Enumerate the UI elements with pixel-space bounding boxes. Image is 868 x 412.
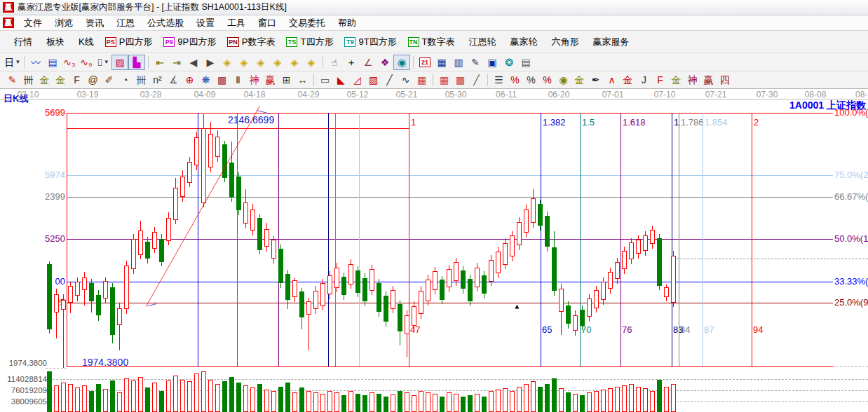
p-square-button[interactable]: PSP四方形 (100, 33, 158, 51)
price-chart-plot[interactable]: 100.0%(360)569975.0%(270)597466.67%(240)… (0, 89, 868, 412)
gann-tool-purple-button[interactable]: ❖ (377, 55, 393, 70)
calendar-21-button[interactable]: 21 (416, 55, 433, 70)
square-burst-button[interactable]: ▩ (214, 73, 230, 88)
p-digit-table-button[interactable]: PNP数字表 (222, 33, 280, 51)
calculator-button[interactable]: ▦ (433, 55, 450, 70)
period-selector-button[interactable]: 日▼ (4, 55, 21, 70)
ying-fence-button[interactable]: 赢 (262, 73, 278, 88)
calculator-2-button[interactable]: ▥ (450, 55, 467, 70)
gann-wheel-button[interactable]: 江恩轮 (461, 33, 502, 51)
clock-cycle-button[interactable]: ◔ (117, 73, 133, 88)
candle-style-button[interactable]: ⌷▼ (95, 55, 111, 70)
t9-square-button[interactable]: T99T四方形 (339, 33, 402, 51)
ying-slash-button[interactable]: 赢 (700, 73, 717, 88)
fence-plain-button[interactable]: 卌 (133, 73, 149, 88)
winner-service-button[interactable]: 赢家服务 (585, 33, 635, 51)
slash-lines-button[interactable]: ╱ (468, 73, 484, 88)
zigzag-button[interactable]: ∿ (398, 73, 414, 88)
j-slash-button[interactable]: J (636, 73, 652, 88)
k-mark-button[interactable]: Ⅱ (230, 73, 246, 88)
menu-item[interactable]: 帮助 (332, 16, 362, 29)
pct-plain-button[interactable]: % (523, 73, 539, 88)
menu-item[interactable]: 交易委托 (283, 16, 332, 29)
save-button[interactable]: ▣ (484, 55, 501, 70)
last-bar-button[interactable]: ⇥ (168, 55, 185, 70)
crosshair-button[interactable]: ＋ (343, 55, 360, 70)
spiral-tool-button[interactable]: @ (85, 73, 101, 88)
f-slash-button[interactable]: F (652, 73, 668, 88)
chart-pattern-button[interactable]: 〰 (27, 55, 44, 70)
n-squared-button[interactable]: n² (149, 73, 165, 88)
square-mesh-button[interactable]: ▨ (365, 73, 381, 88)
pct-line-button[interactable]: % (539, 73, 555, 88)
gold-fence-b-button[interactable]: 金 (53, 73, 69, 88)
menu-item[interactable]: 公式选股 (141, 16, 190, 29)
first-bar-button[interactable]: ⇤ (151, 55, 168, 70)
candle (54, 294, 59, 313)
f-fence-button[interactable]: F (69, 73, 85, 88)
fence-tool-button[interactable]: 卌 (20, 73, 36, 88)
t-digit-table-button[interactable]: TNT数字表 (402, 33, 461, 51)
circle-cross-button[interactable]: ⊕ (182, 73, 198, 88)
quotes-button[interactable]: 行情 (6, 33, 38, 51)
pen-line-button[interactable]: ╱ (381, 73, 398, 88)
volume-bar (110, 380, 115, 412)
menu-item[interactable]: 设置 (190, 16, 221, 29)
gold-red-button[interactable]: 金 (620, 73, 636, 88)
wave-9-button[interactable]: ∿₉ (78, 55, 95, 70)
menu-item[interactable]: 文件 (18, 16, 48, 29)
diamond-shrink-button[interactable]: ◈ (269, 55, 286, 70)
si-slash-button[interactable]: 四 (717, 73, 733, 88)
net-transfer-button[interactable]: ❂ (501, 55, 517, 70)
menu-item[interactable]: 浏览 (48, 16, 79, 29)
info-panel-button[interactable]: ▤ (44, 55, 61, 70)
width-arrow-button[interactable]: ↔ (294, 73, 311, 88)
diamond-right-button[interactable]: ◈ (236, 55, 252, 70)
kline-button[interactable]: K线 (70, 33, 100, 51)
grid-red-3-button[interactable]: ▩ (452, 73, 468, 88)
diamond-left-button[interactable]: ◈ (219, 55, 236, 70)
menu-item[interactable]: 江恩 (110, 16, 141, 29)
p9-square-button[interactable]: P99P四方形 (158, 33, 222, 51)
rect-tool-button[interactable]: ▭ (317, 73, 333, 88)
pct-slash-button[interactable]: % (507, 73, 523, 88)
wave-3-button[interactable]: ∿₃ (61, 55, 78, 70)
notes-button[interactable]: ✎ (467, 55, 484, 70)
t-square-button[interactable]: TST四方形 (280, 33, 339, 51)
grid-red-button[interactable]: ▦ (414, 73, 430, 88)
winner-wheel-button[interactable]: 赢家轮 (502, 33, 543, 51)
color-histogram-button[interactable]: ▙ (128, 55, 145, 70)
ladder-button[interactable]: ☰ (491, 73, 507, 88)
circle-burst-button[interactable]: ❋ (198, 73, 214, 88)
square-fan-button[interactable]: ◿ (349, 73, 365, 88)
shen-fence-button[interactable]: 神 (246, 73, 262, 88)
gold-ring-button[interactable]: ◉ (555, 73, 571, 88)
sectors-button[interactable]: 板块 (38, 33, 70, 51)
fan-lines-button[interactable]: ◣ (333, 73, 349, 88)
diamond-zoom-in-button[interactable]: ◈ (286, 55, 303, 70)
angle-measure-button[interactable]: ∠ (360, 55, 377, 70)
angle-split-button[interactable]: ∡ (165, 73, 182, 88)
menu-item[interactable]: 窗口 (252, 16, 283, 29)
pen-red-button[interactable]: ✎ (4, 73, 20, 88)
ink-pen-button[interactable]: ✒ (588, 73, 604, 88)
gold-fence-a-button[interactable]: 金 (36, 73, 53, 88)
pan-hand-button[interactable]: ☝ (326, 55, 343, 70)
gold-slash-button[interactable]: 金 (668, 73, 684, 88)
wave-mark-button[interactable]: ∧ (604, 73, 620, 88)
next-bar-button[interactable]: ▶ (202, 55, 219, 70)
grid-red-2-button[interactable]: ▦ (436, 73, 452, 88)
ruler-123-button[interactable]: ⊞ (278, 73, 294, 88)
gann-brain-button[interactable]: ◉ (393, 55, 410, 70)
diamond-zoom-out-button[interactable]: ◈ (303, 55, 320, 70)
menu-item[interactable]: 资讯 (79, 16, 110, 29)
menu-item[interactable]: 工具 (221, 16, 252, 29)
gold-bar-button[interactable]: 金 (571, 73, 588, 88)
hexagon-button[interactable]: 六角形 (543, 33, 585, 51)
diamond-expand-button[interactable]: ◈ (252, 55, 269, 70)
prev-bar-button[interactable]: ◀ (185, 55, 202, 70)
shen-slash-button[interactable]: 神 (684, 73, 700, 88)
printer-button[interactable]: ▤ (517, 55, 534, 70)
pen-fence-button[interactable]: ✐ (101, 73, 117, 88)
fractal-chart-button[interactable]: ▨ (111, 55, 128, 70)
